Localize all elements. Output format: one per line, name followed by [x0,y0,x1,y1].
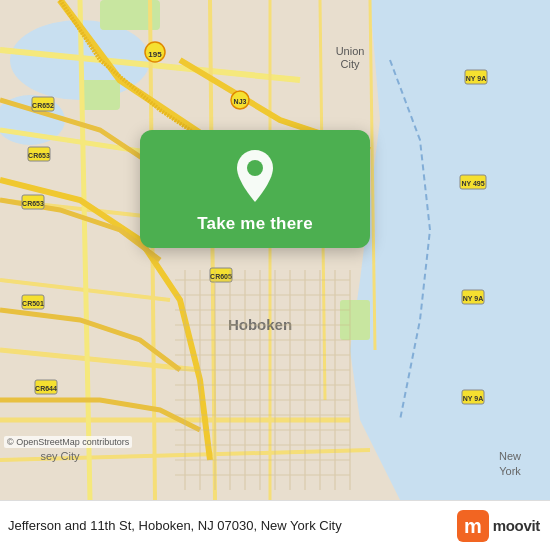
svg-text:CR652: CR652 [32,102,54,109]
address-text: Jefferson and 11th St, Hoboken, NJ 07030… [8,518,457,533]
svg-rect-6 [340,300,370,340]
cta-button[interactable]: Take me there [197,214,313,234]
svg-text:NY 495: NY 495 [461,180,484,187]
svg-text:CR653: CR653 [22,200,44,207]
svg-text:Union: Union [336,45,365,57]
svg-marker-1 [350,0,550,500]
map-container: 195 NJ3 CR652 CR653 CR653 CR501 CR644 Ho… [0,0,550,500]
svg-text:NY 9A: NY 9A [466,75,487,82]
location-pin-icon [231,148,279,204]
cta-overlay[interactable]: Take me there [140,130,370,248]
svg-text:CR501: CR501 [22,300,44,307]
svg-text:New: New [499,450,521,462]
svg-text:CR644: CR644 [35,385,57,392]
svg-text:City: City [341,58,360,70]
moovit-m-icon: m [457,510,489,542]
svg-text:m: m [464,515,482,537]
svg-text:CR605: CR605 [210,273,232,280]
svg-rect-5 [80,80,120,110]
svg-text:sey City: sey City [40,450,80,462]
svg-text:NJ3: NJ3 [234,98,247,105]
osm-attribution: © OpenStreetMap contributors [4,436,132,448]
svg-point-76 [247,160,263,176]
map-background: 195 NJ3 CR652 CR653 CR653 CR501 CR644 Ho… [0,0,550,500]
bottom-bar: Jefferson and 11th St, Hoboken, NJ 07030… [0,500,550,550]
moovit-brand-text: moovit [493,517,540,534]
svg-text:NY 9A: NY 9A [463,395,484,402]
svg-text:NY 9A: NY 9A [463,295,484,302]
svg-text:CR653: CR653 [28,152,50,159]
svg-text:195: 195 [148,50,162,59]
svg-text:York: York [499,465,521,477]
moovit-logo: m moovit [457,510,540,542]
